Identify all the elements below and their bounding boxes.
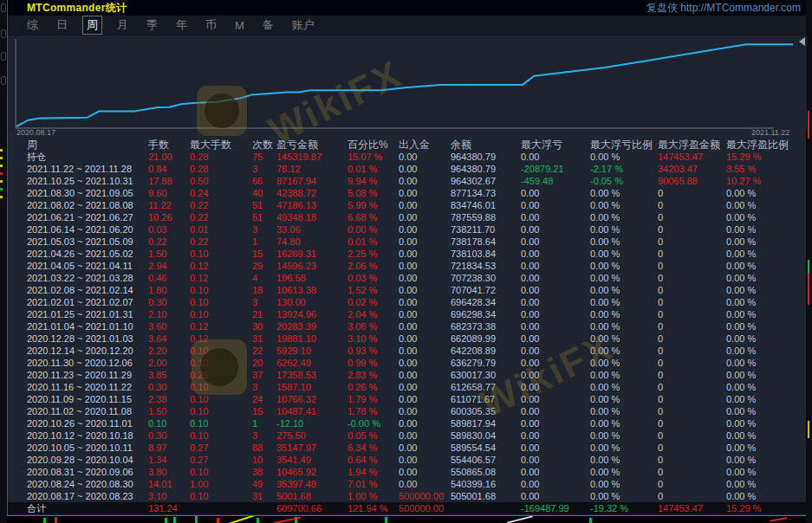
menu-item-zong[interactable]: 综 xyxy=(23,16,42,34)
table-cell: 0 xyxy=(658,345,726,357)
table-row[interactable]: 2020.11.09 ~ 2020.11.152.380.102410766.3… xyxy=(8,393,807,405)
menu-item-nian[interactable]: 年 xyxy=(172,16,191,34)
table-cell: 0.00 xyxy=(399,320,451,333)
table-total-row[interactable]: 合计131.24609700.66121.94 %500000.00-16948… xyxy=(8,502,807,514)
table-row[interactable]: 2021.05.03 ~ 2021.05.090.220.22174.800.0… xyxy=(8,236,807,248)
table-cell: 0 xyxy=(658,272,726,284)
table-row[interactable]: 2020.08.17 ~ 2020.08.233.100.10315001.68… xyxy=(8,490,807,502)
table-cell: 0.10 xyxy=(190,357,252,369)
table-row[interactable]: 2021.01.25 ~ 2021.01.312.100.102113924.9… xyxy=(8,308,807,320)
table-cell: 0.00 % xyxy=(726,236,806,248)
table-cell: 0.00 % xyxy=(726,454,806,466)
table-cell xyxy=(252,502,276,514)
column-header[interactable]: 盈亏金额 xyxy=(276,139,348,151)
column-header[interactable]: 最大浮盈金额 xyxy=(658,139,726,151)
table-cell: 2020.10.26 ~ 2020.11.01 xyxy=(27,417,148,429)
table-cell: 10465.92 xyxy=(276,466,348,478)
table-row[interactable]: 2021.08.30 ~ 2021.09.059.600.244042388.7… xyxy=(8,187,807,199)
table-cell: 0.00 % xyxy=(726,381,806,393)
table-cell: 0.10 xyxy=(190,429,252,442)
table-row[interactable]: 2021.11.22 ~ 2021.11.280.840.28378.120.0… xyxy=(8,163,807,175)
table-cell: 2020.08.17 ~ 2020.08.23 xyxy=(27,490,148,502)
table-cell: 10.26 xyxy=(148,211,190,223)
table-cell: 721834.53 xyxy=(451,260,521,272)
table-row[interactable]: 2021.10.25 ~ 2021.10.3117.880.506687167.… xyxy=(8,175,807,187)
column-header[interactable]: 最大浮亏比例 xyxy=(590,139,658,151)
scroll-arrow-icon[interactable] xyxy=(799,37,805,46)
table-cell: 0 xyxy=(658,466,726,478)
table-cell: 0.00 % xyxy=(590,248,658,260)
table-cell: 2020.11.16 ~ 2020.11.22 xyxy=(27,381,148,393)
menu-item-ri[interactable]: 日 xyxy=(53,16,71,34)
table-cell: 964302.67 xyxy=(451,175,521,187)
table-row[interactable]: 2021.04.05 ~ 2021.04.112.940.122914596.2… xyxy=(8,260,807,272)
table-cell: 0 xyxy=(658,296,726,308)
menu-item-yue[interactable]: 月 xyxy=(114,16,132,34)
title-bar[interactable]: MTCommander统计 复盘侠 http://MTCommander.com xyxy=(8,0,806,16)
table-cell: 682373.38 xyxy=(451,320,521,333)
table-row[interactable]: 2021.04.26 ~ 2021.05.021.500.101516269.3… xyxy=(8,248,807,260)
table-cell: 0.00 xyxy=(521,296,590,308)
table-cell: 275.50 xyxy=(276,429,348,442)
table-cell: 0 xyxy=(658,248,726,260)
table-row[interactable]: 2020.11.16 ~ 2020.11.220.300.1031587.100… xyxy=(8,381,807,393)
table-cell: 0.30 xyxy=(148,381,190,393)
table-cell: 0.00 % xyxy=(590,320,658,333)
menu-item-bei[interactable]: 备 xyxy=(259,16,277,34)
table-cell: 5.08 % xyxy=(348,187,399,199)
table-row[interactable]: 2020.10.05 ~ 2020.10.118.970.278835147.9… xyxy=(8,442,807,454)
table-row[interactable]: 2020.10.26 ~ 2020.11.010.100.101-12.10-0… xyxy=(8,417,807,429)
table-row[interactable]: 2020.11.23 ~ 2020.11.293.850.253717358.5… xyxy=(8,369,807,381)
table-row[interactable]: 2020.12.14 ~ 2020.12.202.200.10225929.10… xyxy=(8,345,807,357)
table-cell: 0.00 % xyxy=(726,211,806,223)
column-header[interactable]: 最大浮亏 xyxy=(521,139,590,151)
column-header[interactable]: 出入金 xyxy=(399,139,451,151)
column-header[interactable]: 余额 xyxy=(451,139,521,151)
table-row[interactable]: 2021.03.22 ~ 2021.03.280.460.124196.580.… xyxy=(8,272,807,284)
table-cell: 6.68 % xyxy=(348,211,399,223)
table-row[interactable]: 2020.09.28 ~ 2020.10.041.340.27103541.49… xyxy=(8,454,807,466)
table-cell: 0 xyxy=(658,260,726,272)
column-header[interactable]: 最大手数 xyxy=(190,139,252,151)
menu-item-bi[interactable]: 币 xyxy=(202,16,220,34)
column-header[interactable]: 次数 xyxy=(252,139,276,151)
table-cell: 3 xyxy=(252,429,276,442)
table-row[interactable]: 2021.08.02 ~ 2021.08.0811.220.225147186.… xyxy=(8,199,807,211)
table-cell: 0.00 xyxy=(521,429,590,442)
table-row[interactable]: 2021.01.04 ~ 2021.01.103.600.123020283.3… xyxy=(8,320,807,333)
table-row[interactable]: 2021.06.14 ~ 2021.06.200.030.01333.060.0… xyxy=(8,223,807,236)
table-cell: 0.00 xyxy=(521,248,590,260)
table-cell: 22 xyxy=(252,345,276,357)
table-cell: 0.00 % xyxy=(726,490,806,502)
table-row[interactable]: 2021.02.08 ~ 2021.02.141.800.101810613.3… xyxy=(8,284,807,296)
column-header[interactable]: 手数 xyxy=(148,139,190,151)
column-header[interactable]: 最大浮盈比例 xyxy=(726,139,806,151)
table-cell: 0.10 xyxy=(190,417,252,429)
table-cell: 1.52 % xyxy=(348,284,399,296)
table-row[interactable]: 持仓21.000.2875145319.8715.07 %0.00964380.… xyxy=(8,151,807,163)
column-header[interactable]: 百分比% xyxy=(348,139,399,151)
menu-item-zhou[interactable]: 周 xyxy=(82,16,102,35)
table-cell: 0.30 xyxy=(148,429,190,442)
menu-item-ji[interactable]: 季 xyxy=(143,16,161,34)
table-row[interactable]: 2020.08.31 ~ 2020.09.063.800.103810465.9… xyxy=(8,466,807,478)
table-row[interactable]: 2020.12.28 ~ 2021.01.033.640.123119881.1… xyxy=(8,333,807,345)
menu-item-m[interactable]: M xyxy=(231,18,248,33)
table-cell: 2021.08.02 ~ 2021.08.08 xyxy=(27,199,148,211)
table-row[interactable]: 2020.10.12 ~ 2020.10.180.300.103275.500.… xyxy=(8,429,807,442)
table-row[interactable]: 2020.11.30 ~ 2020.12.062.000.10206262.49… xyxy=(8,357,807,369)
menu-item-zhanghu[interactable]: 账户 xyxy=(289,16,318,34)
brand-link[interactable]: 复盘侠 http://MTCommander.com xyxy=(646,1,801,16)
table-cell: 0.00 xyxy=(521,454,590,466)
column-header[interactable]: 周 xyxy=(27,139,148,151)
table-cell: 35397.48 xyxy=(276,478,348,490)
table-cell: 2021.03.22 ~ 2021.03.28 xyxy=(27,272,148,284)
table-cell: 0 xyxy=(658,308,726,320)
table-cell: 15 xyxy=(252,248,276,260)
table-row[interactable]: 2020.08.24 ~ 2020.08.3014.011.004935397.… xyxy=(8,478,807,490)
table-row[interactable]: 2020.11.02 ~ 2020.11.081.500.101510487.4… xyxy=(8,405,807,417)
table-cell: 0.28 xyxy=(190,163,252,175)
table-row[interactable]: 2021.02.01 ~ 2021.02.070.300.103130.000.… xyxy=(8,296,807,308)
table-cell: 0.00 xyxy=(399,442,451,454)
table-row[interactable]: 2021.06.21 ~ 2021.06.2710.260.225149348.… xyxy=(8,211,807,223)
